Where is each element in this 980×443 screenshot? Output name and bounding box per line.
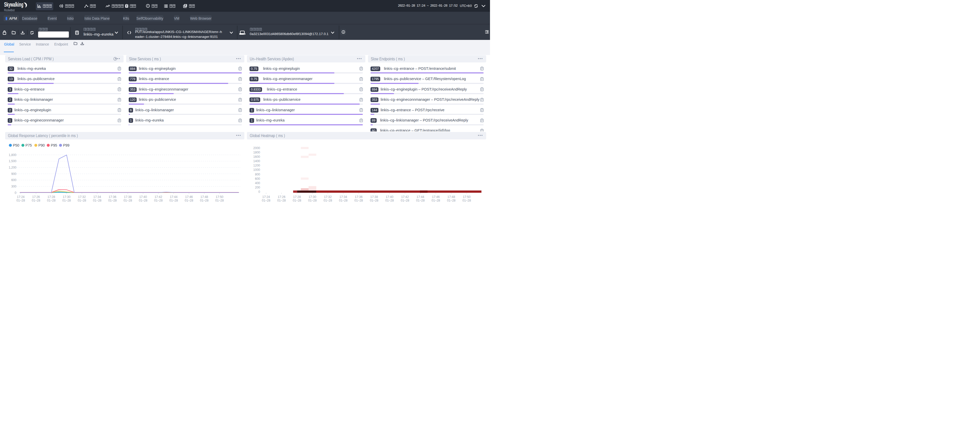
svg-text:17:26: 17:26 [32, 195, 40, 199]
svg-text:17:34: 17:34 [93, 195, 101, 199]
svg-text:P75: P75 [25, 143, 32, 147]
svg-text:17:30: 17:30 [309, 195, 316, 199]
svg-text:17:38: 17:38 [370, 195, 378, 199]
svg-text:01–28: 01–28 [308, 199, 317, 202]
svg-text:01–28: 01–28 [154, 199, 163, 202]
svg-text:600: 600 [255, 177, 260, 181]
svg-text:200: 200 [255, 186, 260, 189]
svg-text:1000: 1000 [253, 168, 260, 171]
svg-text:17:40: 17:40 [386, 195, 393, 199]
svg-text:01–28: 01–28 [293, 199, 301, 202]
svg-text:01–28: 01–28 [62, 199, 71, 202]
svg-text:P95: P95 [51, 143, 57, 147]
svg-text:17:36: 17:36 [355, 195, 363, 199]
svg-text:1600: 1600 [253, 155, 260, 159]
svg-text:01–28: 01–28 [401, 199, 409, 202]
svg-text:17:50: 17:50 [463, 195, 471, 199]
svg-text:P50: P50 [13, 143, 19, 147]
svg-text:01–28: 01–28 [370, 199, 379, 202]
svg-text:17:46: 17:46 [432, 195, 440, 199]
svg-text:17:26: 17:26 [278, 195, 285, 199]
svg-text:17:32: 17:32 [78, 195, 86, 199]
svg-text:17:24: 17:24 [17, 195, 25, 199]
svg-text:1800: 1800 [253, 151, 260, 154]
svg-text:17:36: 17:36 [109, 195, 116, 199]
svg-text:1,200: 1,200 [9, 166, 16, 169]
svg-text:1200: 1200 [253, 164, 260, 167]
svg-text:P99: P99 [63, 143, 70, 147]
svg-text:17:28: 17:28 [293, 195, 301, 199]
svg-text:01–28: 01–28 [124, 199, 132, 202]
svg-text:600: 600 [11, 178, 16, 182]
svg-text:17:46: 17:46 [185, 195, 192, 199]
svg-text:17:38: 17:38 [124, 195, 132, 199]
svg-text:17:32: 17:32 [324, 195, 332, 199]
svg-text:900: 900 [11, 172, 16, 176]
svg-text:01–28: 01–28 [385, 199, 394, 202]
svg-text:01–28: 01–28 [432, 199, 441, 202]
svg-text:01–28: 01–28 [185, 199, 193, 202]
svg-text:17:42: 17:42 [154, 195, 162, 199]
svg-text:17:44: 17:44 [170, 195, 178, 199]
svg-text:2000: 2000 [253, 146, 260, 150]
svg-text:01–28: 01–28 [262, 199, 270, 202]
svg-text:01–28: 01–28 [200, 199, 209, 202]
svg-text:17:48: 17:48 [200, 195, 208, 199]
svg-text:0: 0 [14, 191, 16, 195]
svg-text:17:42: 17:42 [401, 195, 409, 199]
svg-text:17:28: 17:28 [48, 195, 55, 199]
svg-text:01–28: 01–28 [339, 199, 348, 202]
svg-text:01–28: 01–28 [32, 199, 40, 202]
svg-text:01–28: 01–28 [447, 199, 456, 202]
svg-text:0: 0 [258, 190, 260, 194]
svg-text:01–28: 01–28 [416, 199, 425, 202]
svg-text:01–28: 01–28 [215, 199, 224, 202]
svg-text:400: 400 [255, 181, 260, 185]
svg-text:17:50: 17:50 [216, 195, 223, 199]
svg-text:300: 300 [11, 185, 16, 188]
svg-text:01–28: 01–28 [355, 199, 363, 202]
svg-text:01–28: 01–28 [78, 199, 86, 202]
svg-text:17:44: 17:44 [417, 195, 424, 199]
svg-text:1400: 1400 [253, 159, 260, 163]
svg-text:01–28: 01–28 [277, 199, 286, 202]
svg-text:01–28: 01–28 [108, 199, 117, 202]
svg-text:01–28: 01–28 [324, 199, 332, 202]
svg-text:17:40: 17:40 [139, 195, 147, 199]
svg-text:17:24: 17:24 [262, 195, 270, 199]
svg-text:1,500: 1,500 [9, 159, 16, 163]
svg-text:01–28: 01–28 [93, 199, 102, 202]
svg-text:01–28: 01–28 [16, 199, 25, 202]
svg-text:17:34: 17:34 [339, 195, 347, 199]
svg-text:01–28: 01–28 [47, 199, 56, 202]
svg-text:1,800: 1,800 [9, 153, 16, 157]
svg-text:800: 800 [255, 173, 260, 176]
svg-text:01–28: 01–28 [169, 199, 178, 202]
svg-text:P90: P90 [38, 143, 45, 147]
svg-text:01–28: 01–28 [139, 199, 147, 202]
svg-text:01–28: 01–28 [462, 199, 471, 202]
svg-text:17:48: 17:48 [447, 195, 455, 199]
svg-text:17:30: 17:30 [63, 195, 70, 199]
